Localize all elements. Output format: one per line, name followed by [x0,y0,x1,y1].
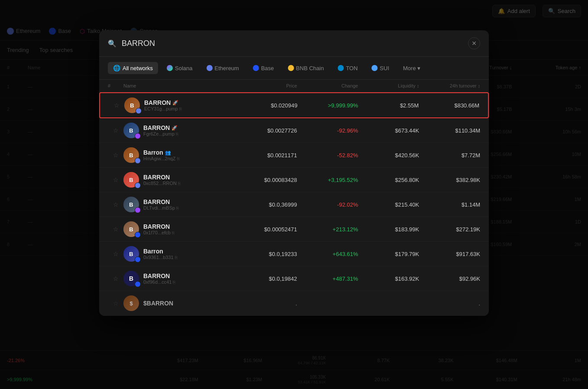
result-row[interactable]: ☆ $ $BARRON . . [99,291,489,316]
ton-filter-icon [338,65,344,71]
filter-ethereum[interactable]: Ethereum [201,62,244,74]
col-hash: # [108,83,123,88]
chain-filters: 🌐 All networks Solana Ethereum Base BNB … [99,57,489,80]
result-turnover: $7.72M [419,152,480,159]
sui-filter-icon [372,65,378,71]
filter-bnb[interactable]: BNB Chain [283,62,329,74]
result-price: . [236,300,297,307]
copy-icon[interactable]: ⎘ [178,181,181,186]
result-turnover: . [419,300,480,307]
result-turnover: $382.98K [419,177,480,183]
token-info: B Barron 👥 HmAgiw...2nqZ ⎘ [123,147,236,163]
token-name: BARRON [143,198,179,205]
result-price: $0.00083428 [236,177,297,183]
bnb-filter-icon [288,65,294,71]
token-info: B BARRON 0xf96d...cc41 ⎘ [123,271,236,286]
col-price: Price [236,83,297,88]
result-change: +643.61% [297,251,358,257]
token-name-wrap: Barron 0x9361...b331 ⎘ [143,248,178,260]
token-info: B BARRON 🚀 ECY31g...pump ⎘ [124,97,237,113]
result-liquidity: $256.80K [358,177,419,183]
copy-icon[interactable]: ⎘ [172,230,174,235]
token-avatar: B [123,123,139,138]
star-button[interactable]: ☆ [108,250,123,257]
token-info: B BARRON 0x1f70...efcb ⎘ [123,221,236,237]
token-address: 0xf96d...cc41 ⎘ [143,279,175,285]
token-address: ECY31g...pump ⎘ [144,106,182,111]
token-name: BARRON 🚀 [143,124,178,131]
result-change: +213.12% [297,226,358,233]
result-row[interactable]: ☆ B Barron 👥 HmAgiw...2nqZ ⎘ [99,143,489,168]
token-address: DLTvdi...mBSp ⎘ [143,205,179,211]
copy-icon[interactable]: ⎘ [175,255,178,260]
token-avatar: $ [123,295,139,311]
result-row[interactable]: ☆ B BARRON 🚀 ECY31g...pump ⎘ [99,92,489,118]
base-filter-icon [253,65,259,71]
result-turnover: $917.63K [419,251,480,257]
token-address: HmAgiw...2nqZ ⎘ [143,156,180,161]
modal-overlay: 🔍 × 🌐 All networks Solana Ethereum Base [0,0,588,389]
search-header: 🔍 × [99,30,489,57]
filter-more[interactable]: More ▾ [398,62,426,74]
close-button[interactable]: × [468,37,480,49]
search-input[interactable] [122,39,463,48]
token-avatar: B [124,97,140,113]
search-modal: 🔍 × 🌐 All networks Solana Ethereum Base [99,30,489,316]
result-row[interactable]: ☆ B BARRON 0xc852...RRON ⎘ [99,168,489,192]
token-name: BARRON [143,174,181,181]
result-price: $0.0027726 [236,127,297,134]
col-change: Change [297,83,358,88]
token-name: Barron [143,248,178,255]
token-address: 0xc852...RRON ⎘ [143,181,181,186]
token-name: BARRON [143,272,175,279]
copy-icon[interactable]: ⎘ [177,156,180,161]
result-liquidity: $420.56K [358,152,419,159]
token-info: B BARRON 🚀 Fgr6Ze...pump ⎘ [123,123,236,138]
result-row[interactable]: ☆ B Barron 0x9361...b331 ⎘ [99,242,489,266]
ethereum-filter-icon [207,65,213,71]
result-price: $0.0,36999 [236,201,297,208]
result-row[interactable]: ☆ B BARRON 🚀 Fgr6Ze...pump ⎘ [99,118,489,143]
filter-sui[interactable]: SUI [366,62,394,74]
result-change: -92.02% [297,201,358,208]
col-turnover: 24h turnover ↕ [419,83,480,88]
token-info: B BARRON DLTvdi...mBSp ⎘ [123,197,236,212]
star-button[interactable]: ☆ [108,226,123,233]
result-turnover: $110.34M [419,127,480,134]
copy-icon[interactable]: ⎘ [176,132,178,136]
result-liquidity: $179.79K [358,251,419,257]
copy-icon[interactable]: ⎘ [173,280,175,285]
star-button[interactable]: ☆ [108,275,123,282]
star-button[interactable]: ☆ [108,127,123,134]
token-name-wrap: BARRON 0xf96d...cc41 ⎘ [143,272,175,285]
filter-base[interactable]: Base [248,62,279,74]
result-row[interactable]: ☆ B BARRON 0xf96d...cc41 ⎘ [99,266,489,291]
token-address: 0x9361...b331 ⎘ [143,255,178,260]
result-row[interactable]: ☆ B BARRON 0x1f70...efcb ⎘ [99,217,489,242]
result-price: $0.020949 [237,102,297,109]
filter-ton[interactable]: TON [333,62,363,74]
result-price: $0.0021171 [236,152,297,159]
copy-icon[interactable]: ⎘ [176,206,179,211]
token-name: BARRON [143,223,174,230]
result-liquidity: $2.55M [358,102,419,109]
result-price: $0.0,19233 [236,251,297,257]
result-change: -52.82% [297,152,358,159]
token-avatar: B [123,221,139,237]
star-button[interactable]: ☆ [108,300,123,307]
result-row[interactable]: ☆ B BARRON DLTvdi...mBSp ⎘ [99,192,489,217]
result-liquidity: $183.99K [358,226,419,233]
copy-icon[interactable]: ⎘ [179,107,182,111]
result-liquidity: $673.44K [358,127,419,134]
star-button[interactable]: ☆ [109,102,124,109]
token-address: Fgr6Ze...pump ⎘ [143,131,178,136]
filter-solana[interactable]: Solana [162,62,197,74]
result-change: +3,195.52% [297,177,358,183]
results-list: ☆ B BARRON 🚀 ECY31g...pump ⎘ [99,92,489,316]
star-button[interactable]: ☆ [108,176,123,183]
filter-all-networks[interactable]: 🌐 All networks [108,62,158,74]
token-info: B Barron 0x9361...b331 ⎘ [123,246,236,262]
star-button[interactable]: ☆ [108,152,123,159]
star-button[interactable]: ☆ [108,201,123,208]
token-info: $ $BARRON [123,295,236,311]
